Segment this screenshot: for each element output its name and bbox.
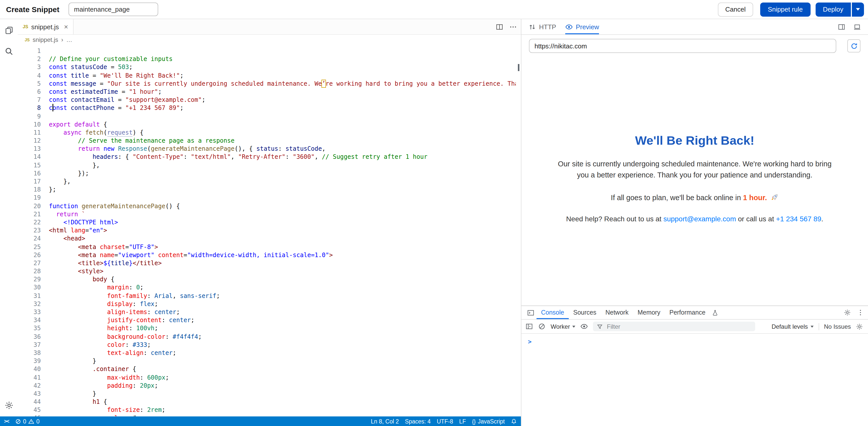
close-icon[interactable]: ×	[64, 23, 68, 30]
maintenance-help: Need help? Reach out to us at support@ex…	[554, 215, 836, 223]
preview-tab-bar: HTTP Preview	[521, 19, 868, 35]
language-mode[interactable]: {} JavaScript	[472, 418, 505, 424]
console-filter-box[interactable]	[593, 322, 755, 331]
live-expression-eye-icon[interactable]	[581, 323, 588, 330]
code-line: 6const estimatedTime = "1 hour";	[18, 88, 516, 96]
warning-count: 0	[36, 418, 39, 424]
deploy-menu-button[interactable]	[852, 2, 864, 17]
snippet-rule-button[interactable]: Snippet rule	[760, 2, 810, 17]
code-line: 3const statusCode = 503;	[18, 63, 516, 71]
code-line: 14 headers: { "Content-Type": "text/html…	[18, 153, 516, 161]
tab-sources[interactable]: Sources	[569, 306, 601, 319]
device-toolbar-icon[interactable]	[854, 23, 861, 30]
breadcrumb-more[interactable]: …	[66, 36, 72, 44]
caret-down-icon	[856, 8, 860, 10]
code-line: 4const title = "We'll Be Right Back!";	[18, 71, 516, 79]
breadcrumb-file[interactable]: snippet.js	[33, 36, 58, 44]
cursor-position[interactable]: Ln 8, Col 2	[371, 418, 399, 424]
code-line: 26 <meta name="viewport" content="width=…	[18, 251, 516, 259]
editor-tab-strip: JS snippet.js ×	[18, 19, 521, 35]
code-line: 38 text-align: center;	[18, 349, 516, 357]
encoding-setting[interactable]: UTF-8	[437, 418, 453, 424]
tab-http[interactable]: HTTP	[528, 19, 556, 34]
code-line: 1	[18, 47, 516, 55]
problems-indicator[interactable]: 0 0	[15, 418, 39, 424]
app-window: Create Snippet Cancel Snippet rule Deplo…	[0, 0, 868, 426]
tab-console[interactable]: Console	[536, 306, 569, 319]
refresh-button[interactable]	[847, 39, 861, 52]
more-actions-icon[interactable]	[509, 23, 517, 30]
cancel-button[interactable]: Cancel	[718, 2, 753, 17]
snippet-name-input[interactable]	[68, 2, 158, 16]
console-filter-input[interactable]	[606, 322, 751, 331]
code-line: 36 background-color: #f4f4f4;	[18, 333, 516, 341]
overview-ruler-mark	[518, 64, 519, 71]
context-label: Worker	[551, 323, 570, 330]
console-prompt-chevron: >	[528, 338, 531, 345]
code-line: 45 font-size: 2rem;	[18, 406, 516, 414]
eye-icon	[565, 23, 573, 30]
tab-preview[interactable]: Preview	[565, 19, 599, 34]
console-sidebar-toggle-icon[interactable]	[525, 323, 533, 330]
console-panel-icon[interactable]	[524, 309, 536, 316]
js-file-icon: JS	[25, 37, 30, 42]
console-settings-gear-icon[interactable]	[856, 323, 863, 330]
files-icon[interactable]	[4, 25, 14, 35]
log-levels-selector[interactable]: Default levels	[772, 323, 813, 330]
code-line: 22 <!DOCTYPE html>	[18, 218, 516, 226]
remote-indicator-icon[interactable]: ><	[4, 419, 9, 424]
code-line: 10export default {	[18, 120, 516, 128]
support-email-link[interactable]: support@example.com	[663, 215, 736, 223]
indentation-setting[interactable]: Spaces: 4	[405, 418, 431, 424]
code-line: 20function generateMaintenancePage() {	[18, 202, 516, 210]
activity-bar	[0, 19, 18, 417]
editor-tab-snippet-js[interactable]: JS snippet.js ×	[18, 19, 73, 34]
code-line: 2// Define your customizable inputs	[18, 55, 516, 63]
search-icon[interactable]	[4, 47, 14, 56]
code-line: 27 <title>${title}</title>	[18, 259, 516, 267]
devtools-panel: Console Sources Network Memory Performan…	[521, 306, 868, 426]
console-toolbar: Worker Default lev	[521, 320, 868, 334]
code-line: 29 body {	[18, 276, 516, 284]
code-line: 33 align-items: center;	[18, 308, 516, 316]
code-line: 32 display: flex;	[18, 300, 516, 308]
code-line: 30 margin: 0;	[18, 284, 516, 292]
code-area[interactable]: 12// Define your customizable inputs3con…	[18, 45, 521, 417]
settings-gear-icon[interactable]	[4, 400, 14, 410]
eta-highlight: 1 hour.	[743, 194, 767, 202]
code-line: 8const contactPhone = "+1 234 567 89";	[18, 104, 516, 112]
error-count: 0	[23, 418, 26, 424]
deploy-button[interactable]: Deploy	[815, 2, 851, 17]
preview-panel: HTTP Preview	[521, 19, 868, 426]
tab-performance[interactable]: Performance	[665, 306, 710, 319]
code-line: 34 justify-content: center;	[18, 316, 516, 324]
code-line: 21 return `	[18, 210, 516, 218]
page-title: Create Snippet	[6, 5, 59, 13]
preview-viewport: We'll Be Right Back! Our site is current…	[521, 57, 868, 307]
eol-setting[interactable]: LF	[459, 418, 466, 424]
preview-url-row	[521, 35, 868, 57]
devtools-settings-gear-icon[interactable]	[844, 309, 851, 316]
topbar: Create Snippet Cancel Snippet rule Deplo…	[0, 0, 868, 19]
breadcrumb[interactable]: JS snippet.js › …	[18, 35, 521, 45]
js-file-icon: JS	[23, 24, 28, 29]
code-line: 35 height: 100vh;	[18, 324, 516, 333]
console-output[interactable]: >	[521, 334, 868, 345]
code-line: 31 font-family: Arial, sans-serif;	[18, 292, 516, 300]
panel-layout-icon[interactable]	[838, 23, 845, 30]
editor-pane: JS snippet.js × JS snippet.js	[18, 19, 521, 417]
help-text: .	[822, 215, 824, 223]
support-phone-link[interactable]: +1 234 567 89	[776, 215, 822, 223]
issues-counter[interactable]: No Issues	[824, 323, 851, 330]
notifications-bell-icon[interactable]	[511, 418, 517, 424]
devtools-menu-dots-icon[interactable]	[857, 309, 864, 316]
tab-memory[interactable]: Memory	[633, 306, 665, 319]
tab-network[interactable]: Network	[601, 306, 633, 319]
split-editor-icon[interactable]	[496, 23, 503, 30]
levels-label: Default levels	[772, 323, 808, 330]
execution-context-selector[interactable]: Worker	[551, 323, 576, 330]
url-input[interactable]	[529, 39, 836, 53]
error-icon	[15, 418, 21, 424]
code-line: 12 // Serve the maintenance page as a re…	[18, 137, 516, 145]
clear-console-icon[interactable]	[538, 323, 546, 330]
